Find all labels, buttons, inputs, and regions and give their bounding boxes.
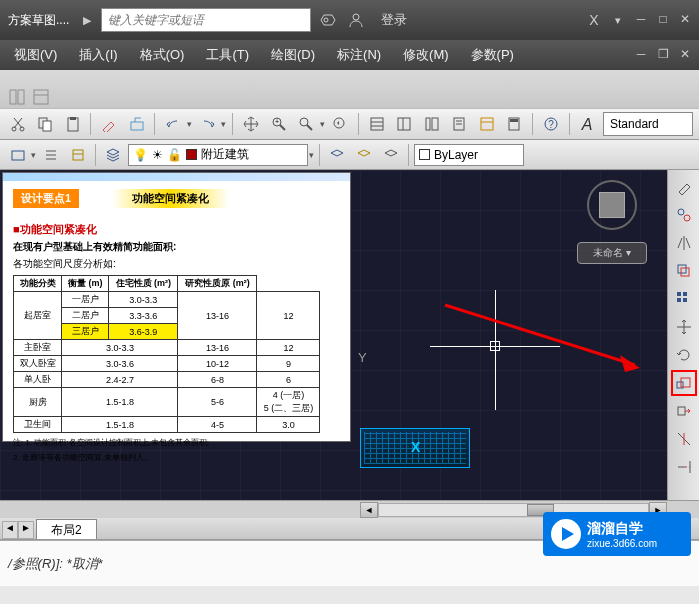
properties-icon[interactable] (32, 88, 50, 106)
paste-icon[interactable] (61, 112, 84, 136)
svg-rect-53 (683, 298, 687, 302)
viewcube[interactable] (587, 180, 637, 230)
svg-point-47 (684, 215, 690, 221)
annotation-arrow (440, 300, 660, 380)
tab-next-button[interactable]: ► (18, 521, 34, 539)
child-close-button[interactable]: ✕ (675, 47, 695, 63)
stretch-icon[interactable] (671, 398, 697, 424)
tab-prev-button[interactable]: ◄ (2, 521, 18, 539)
zoom-window-icon[interactable] (294, 112, 317, 136)
svg-rect-37 (12, 151, 24, 160)
search-box[interactable] (101, 8, 311, 32)
menu-dimension[interactable]: 标注(N) (327, 42, 391, 68)
document-title: 方案草图.... (4, 12, 73, 29)
scale-icon[interactable] (671, 370, 697, 396)
zoom-realtime-icon[interactable]: + (267, 112, 290, 136)
sheet-set-icon[interactable] (448, 112, 471, 136)
block-editor-icon[interactable] (125, 112, 148, 136)
markup-icon[interactable] (475, 112, 498, 136)
svg-rect-50 (677, 292, 681, 296)
tool-palettes-icon[interactable] (420, 112, 443, 136)
child-restore-button[interactable]: ❐ (653, 47, 673, 63)
quickcalc-icon[interactable] (503, 112, 526, 136)
help-icon[interactable]: ? (539, 112, 562, 136)
svg-line-44 (445, 305, 635, 365)
svg-text:?: ? (548, 119, 554, 130)
rotate-icon[interactable] (671, 342, 697, 368)
pan-icon[interactable] (239, 112, 262, 136)
maximize-button[interactable]: □ (653, 12, 673, 28)
offset-icon[interactable] (671, 258, 697, 284)
close-button[interactable]: ✕ (675, 12, 695, 28)
layout-tab[interactable]: 布局2 (36, 519, 97, 539)
chevron-icon: ▶ (83, 14, 91, 27)
tool-palette-icon[interactable] (8, 88, 26, 106)
workspace-icon[interactable] (6, 143, 30, 167)
layer-properties-icon[interactable] (66, 143, 90, 167)
menu-modify[interactable]: 修改(M) (393, 42, 459, 68)
svg-point-17 (300, 118, 308, 126)
array-icon[interactable] (671, 286, 697, 312)
design-center-icon[interactable] (393, 112, 416, 136)
menu-view[interactable]: 视图(V) (4, 42, 67, 68)
svg-point-46 (678, 209, 684, 215)
cut-icon[interactable] (6, 112, 29, 136)
copy-object-icon[interactable] (671, 202, 697, 228)
layer-list-icon[interactable] (39, 143, 63, 167)
layer-manager-icon[interactable] (101, 143, 125, 167)
trim-icon[interactable] (671, 426, 697, 452)
erase-icon[interactable] (671, 174, 697, 200)
layer-dropdown[interactable]: 💡 ☀ 🔓 附近建筑 (128, 144, 308, 166)
svg-text:X: X (589, 12, 599, 28)
match-properties-icon[interactable] (97, 112, 120, 136)
drawing-canvas[interactable]: 设计要点1 功能空间紧凑化 ■功能空间紧凑化 在现有户型基础上有效精简功能面积:… (0, 170, 667, 500)
layers-toolbar: ▾ 💡 ☀ 🔓 附近建筑 ▾ ByLayer (0, 140, 699, 170)
user-icon[interactable] (345, 9, 367, 31)
search-icon[interactable] (317, 9, 339, 31)
menu-draw[interactable]: 绘图(D) (261, 42, 325, 68)
exchange-icon[interactable]: X (583, 9, 605, 31)
minimize-button[interactable]: ─ (631, 12, 651, 28)
layer-dropdown-arrow-icon[interactable]: ▾ (309, 150, 314, 160)
layer-previous-icon[interactable] (325, 143, 349, 167)
redo-dropdown-icon[interactable]: ▾ (221, 119, 226, 129)
workspace: 设计要点1 功能空间紧凑化 ■功能空间紧凑化 在现有户型基础上有效精简功能面积:… (0, 170, 699, 500)
dropdown-icon[interactable]: ▾ (615, 14, 621, 27)
watermark-title: 溜溜自学 (587, 520, 657, 538)
mirror-icon[interactable] (671, 230, 697, 256)
menu-tools[interactable]: 工具(T) (196, 42, 259, 68)
modify-toolbar (667, 170, 699, 500)
doc-subheading: 在现有户型基础上有效精简功能面积: (13, 240, 340, 254)
layer-filter-icon[interactable] (379, 143, 403, 167)
zoom-dropdown-icon[interactable]: ▾ (320, 119, 325, 129)
extend-icon[interactable] (671, 454, 697, 480)
redo-icon[interactable] (196, 112, 219, 136)
nav-bar[interactable]: 未命名 ▾ (577, 242, 647, 264)
text-style-dropdown[interactable]: Standard (603, 112, 693, 136)
child-minimize-button[interactable]: ─ (631, 47, 651, 63)
watermark-url: zixue.3d66.com (587, 538, 657, 549)
layer-state-icon[interactable] (352, 143, 376, 167)
doc-note2: 2. 走廊等等各功能空间算,未单独列入。 (13, 452, 340, 463)
properties-icon[interactable] (365, 112, 388, 136)
move-icon[interactable] (671, 314, 697, 340)
layer-color-swatch (186, 149, 197, 160)
menu-format[interactable]: 格式(O) (130, 42, 195, 68)
login-link[interactable]: 登录 (381, 11, 407, 29)
menu-parametric[interactable]: 参数(P) (461, 42, 524, 68)
color-dropdown[interactable]: ByLayer (414, 144, 524, 166)
svg-rect-12 (70, 117, 76, 120)
bulb-icon: 💡 (133, 148, 148, 162)
undo-dropdown-icon[interactable]: ▾ (187, 119, 192, 129)
copy-icon[interactable] (33, 112, 56, 136)
workspace-dropdown-icon[interactable]: ▾ (31, 150, 36, 160)
menu-insert[interactable]: 插入(I) (69, 42, 127, 68)
scroll-left-button[interactable]: ◄ (360, 502, 378, 518)
watermark: 溜溜自学 zixue.3d66.com (543, 512, 691, 556)
color-swatch (419, 149, 430, 160)
text-style-icon[interactable]: A (576, 112, 599, 136)
svg-rect-23 (398, 118, 410, 130)
undo-icon[interactable] (161, 112, 184, 136)
zoom-previous-icon[interactable] (329, 112, 352, 136)
search-input[interactable] (102, 13, 310, 27)
